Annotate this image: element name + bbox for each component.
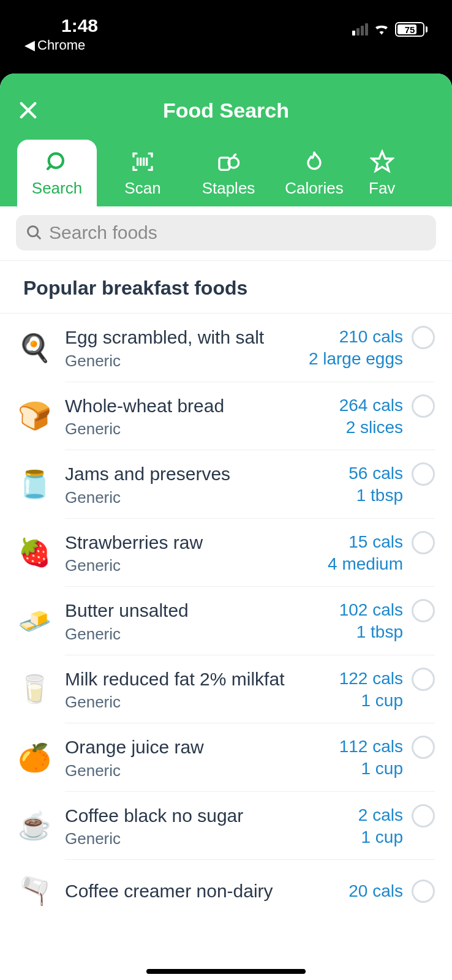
tab-label: Calories — [285, 179, 343, 198]
food-name: Coffee black no sugar — [65, 804, 352, 827]
tab-staples[interactable]: Staples — [189, 140, 268, 206]
food-name: Whole-wheat bread — [65, 394, 333, 418]
food-icon: 🍳 — [15, 328, 54, 368]
food-source: Generic — [65, 829, 352, 848]
food-item[interactable]: 🧈 Butter unsalted Generic 102 cals 1 tbs… — [0, 587, 452, 655]
food-item[interactable]: 🍓 Strawberries raw Generic 15 cals 4 med… — [0, 519, 452, 587]
search-icon — [45, 149, 69, 174]
food-serving: 1 cup — [339, 691, 403, 710]
status-back-to-app[interactable]: ◀ Chrome — [24, 37, 98, 53]
food-calories: 15 cals — [328, 532, 403, 552]
food-icon: 🍊 — [15, 738, 54, 777]
search-box[interactable] — [16, 215, 436, 251]
barcode-icon — [130, 149, 155, 174]
food-icon: 🫙 — [15, 465, 54, 504]
food-calories: 56 cals — [348, 464, 403, 483]
status-bar: 1:48 ◀ Chrome 75 — [0, 0, 452, 55]
svg-line-12 — [37, 235, 40, 239]
food-icon: ☕ — [15, 806, 54, 845]
select-radio[interactable] — [412, 462, 435, 486]
food-item[interactable]: ☕ Coffee black no sugar Generic 2 cals 1… — [0, 792, 452, 861]
food-source: Generic — [65, 352, 303, 371]
select-radio[interactable] — [412, 394, 435, 418]
section-title: Popular breakfast foods — [0, 261, 452, 314]
food-calories: 2 cals — [358, 805, 403, 825]
food-item[interactable]: 🥛 Milk reduced fat 2% milkfat Generic 12… — [0, 655, 452, 724]
search-container — [0, 206, 452, 261]
groceries-icon — [216, 149, 241, 174]
food-name: Jams and preserves — [65, 462, 342, 486]
tabs: Search Scan Staples — [0, 140, 452, 206]
search-icon — [26, 224, 43, 241]
food-source: Generic — [65, 693, 333, 712]
select-radio[interactable] — [412, 531, 435, 554]
tab-calories[interactable]: Calories — [274, 140, 354, 206]
battery-indicator: 75 — [395, 22, 428, 37]
tab-favorites[interactable]: Fav — [360, 140, 404, 206]
page-title: Food Search — [15, 99, 437, 123]
food-source: Generic — [65, 488, 342, 507]
food-name: Egg scrambled, with salt — [65, 326, 303, 349]
food-serving: 1 cup — [358, 827, 403, 847]
food-name: Coffee creamer non-dairy — [65, 880, 342, 903]
food-serving: 4 medium — [328, 554, 403, 574]
flame-icon — [302, 149, 326, 174]
select-radio[interactable] — [412, 668, 435, 691]
food-serving: 2 large eggs — [309, 349, 403, 369]
food-item[interactable]: 🍊 Orange juice raw Generic 112 cals 1 cu… — [0, 723, 452, 792]
select-radio[interactable] — [412, 880, 435, 903]
food-calories: 112 cals — [339, 737, 403, 756]
tab-scan[interactable]: Scan — [103, 140, 183, 206]
food-icon: 🧈 — [15, 601, 54, 641]
food-source: Generic — [65, 556, 322, 575]
food-calories: 122 cals — [339, 669, 403, 688]
tab-label: Staples — [202, 179, 255, 198]
tab-label: Fav — [369, 179, 395, 198]
svg-line-3 — [48, 166, 51, 169]
search-input[interactable] — [49, 222, 426, 243]
food-icon: 🍓 — [15, 533, 54, 572]
status-back-label: Chrome — [37, 37, 85, 53]
food-icon: 🍞 — [15, 396, 54, 435]
wifi-icon — [373, 21, 390, 37]
food-calories: 20 cals — [348, 881, 403, 901]
food-serving: 1 tbsp — [339, 622, 403, 642]
select-radio[interactable] — [412, 599, 435, 622]
food-source: Generic — [65, 625, 333, 644]
food-icon: 🥛 — [15, 669, 54, 709]
tab-label: Scan — [124, 179, 160, 198]
food-icon: 🫗 — [15, 871, 54, 910]
select-radio[interactable] — [412, 736, 435, 759]
select-radio[interactable] — [412, 804, 435, 827]
food-item[interactable]: 🫙 Jams and preserves Generic 56 cals 1 t… — [0, 450, 452, 519]
svg-marker-10 — [372, 151, 392, 171]
food-name: Milk reduced fat 2% milkfat — [65, 668, 333, 691]
food-calories: 210 cals — [309, 327, 403, 347]
food-name: Orange juice raw — [65, 736, 333, 759]
cellular-signal-icon — [352, 23, 368, 36]
food-source: Generic — [65, 420, 333, 439]
star-icon — [370, 149, 394, 174]
header: Food Search Search Scan — [0, 74, 452, 206]
home-indicator[interactable] — [146, 969, 306, 974]
tab-search[interactable]: Search — [17, 140, 97, 206]
food-item[interactable]: 🍞 Whole-wheat bread Generic 264 cals 2 s… — [0, 382, 452, 451]
food-calories: 102 cals — [339, 600, 403, 620]
food-serving: 1 tbsp — [348, 486, 403, 505]
food-serving: 1 cup — [339, 759, 403, 778]
food-item[interactable]: 🍳 Egg scrambled, with salt Generic 210 c… — [0, 314, 452, 382]
food-item[interactable]: 🫗 Coffee creamer non-dairy 20 cals — [0, 860, 452, 921]
food-search-sheet: Food Search Search Scan — [0, 74, 452, 980]
food-source: Generic — [65, 761, 333, 780]
tab-label: Search — [32, 179, 82, 198]
food-list[interactable]: 🍳 Egg scrambled, with salt Generic 210 c… — [0, 314, 452, 921]
food-serving: 2 slices — [339, 418, 403, 437]
status-time: 1:48 — [24, 15, 98, 36]
select-radio[interactable] — [412, 326, 435, 349]
food-name: Butter unsalted — [65, 599, 333, 622]
food-name: Strawberries raw — [65, 531, 322, 554]
food-calories: 264 cals — [339, 396, 403, 415]
chevron-left-icon: ◀ — [24, 37, 35, 53]
